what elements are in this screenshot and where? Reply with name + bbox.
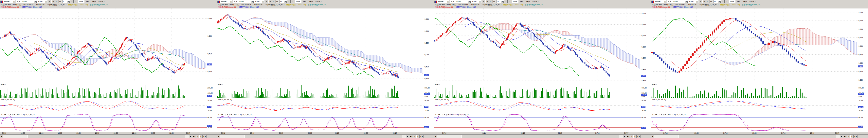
scrollbar-thumb[interactable] [245,135,402,138]
fast-right-button[interactable]: ►► [854,135,858,138]
chevron-down-icon[interactable]: ▼ [262,1,264,3]
step-left-button[interactable]: ◄ [413,135,416,138]
zoom-in-button[interactable]: ＋ [504,0,507,3]
chevron-down-icon[interactable]: ▼ [447,1,449,3]
step-left-button[interactable]: ◄ [847,135,850,138]
zoom-out-button[interactable]: － [508,0,512,3]
chevron-down-icon[interactable]: ▼ [479,1,481,3]
price-chart-pane[interactable]: 9,7009,6509,6009,5509,5009,4509,4009,420 [434,8,651,83]
bars-count-box[interactable]: 500本 [729,0,736,3]
interval-select[interactable]: 30 ▼ [496,0,504,3]
volume-pane[interactable]: 出来高 200.00100.00×10046.00 [0,83,217,98]
normal-view-button[interactable]: 通常 [519,0,525,3]
timeframe-button-週[interactable]: 週 [52,0,55,3]
macd-pane[interactable]: MACD( 12, 26, 9 ) 10.00-10.00-2.10 [0,98,217,113]
timeframe-button-分[interactable]: 分 [493,0,496,3]
fast-right-button[interactable]: ►► [203,135,207,138]
scroll-right-button[interactable]: ► [406,135,409,138]
macd-pane[interactable]: MACD( 12, 26, 9 ) 40.00-40.00-12.40 [651,98,868,113]
chevron-down-icon[interactable]: ▼ [468,1,471,3]
contract-month-select[interactable]: 12/06 ▼ [688,0,699,3]
fast-left-button[interactable]: ◄◄ [843,135,847,138]
scrollbar-thumb[interactable] [679,135,836,138]
volume-pane[interactable]: 出来高 300.00150.00×100120.00 [217,83,434,98]
scrollbar-track[interactable] [220,135,406,138]
instrument-category-select[interactable]: 先物系 ▼ [220,0,232,3]
interval-select[interactable]: 5 ▼ [62,0,70,3]
chevron-down-icon[interactable]: ▼ [45,1,47,3]
technical-settings-button[interactable]: テクニカル設定 [742,0,757,3]
scroll-right-button[interactable]: ► [623,135,626,138]
step-right-button[interactable]: ► [199,135,203,138]
fast-left-button[interactable]: ◄◄ [626,135,630,138]
chevron-down-icon[interactable]: ▼ [501,1,504,3]
symbol-select[interactable]: 日経225mini ▼ [667,0,688,3]
contract-month-select[interactable]: 12/06 ▼ [37,0,48,3]
step-right-button[interactable]: ► [633,135,637,138]
volume-pane[interactable]: 出来高 900.00450.00×100380.00 [651,83,868,98]
zoom-in-button[interactable]: ＋ [721,0,724,3]
scrollbar-track[interactable] [437,135,623,138]
price-chart-pane[interactable]: 9,7509,7009,6509,6009,5509,5009,4509,400… [651,8,868,83]
scroll-right-button[interactable]: ► [840,135,843,138]
stochastics-pane[interactable]: スロー・ストキャスティクス( 14, 3, 80, 20 ) 80.0020.0… [217,113,434,132]
timeframe-button-分[interactable]: 分 [59,0,62,3]
timeframe-button-週[interactable]: 週 [269,0,272,3]
scrollbar-thumb[interactable] [28,135,185,138]
symbol-select[interactable]: 日経225mini ▼ [450,0,471,3]
chevron-down-icon[interactable]: ▼ [251,1,254,3]
fast-left-button[interactable]: ◄◄ [409,135,413,138]
timeframe-button-分[interactable]: 分 [710,0,713,3]
zoom-in-button[interactable]: ＋ [287,0,290,3]
instrument-category-select[interactable]: 先物系 ▼ [3,0,16,3]
chevron-down-icon[interactable]: ▼ [230,1,232,3]
technical-settings-button[interactable]: テクニカル設定 [91,0,106,3]
scrollbar-track[interactable] [3,135,189,138]
scroll-left-button[interactable]: ◄ [0,135,3,138]
technical-settings-button[interactable]: テクニカル設定 [525,0,540,3]
chevron-down-icon[interactable]: ▼ [34,1,37,3]
timeframe-button-日[interactable]: 日 [265,0,268,3]
chevron-down-icon[interactable]: ▼ [664,1,666,3]
scrollbar-track[interactable] [654,135,840,138]
chevron-down-icon[interactable]: ▼ [67,1,70,3]
chevron-down-icon[interactable]: ▼ [696,1,698,3]
scroll-left-button[interactable]: ◄ [217,135,220,138]
timeframe-button-分[interactable]: 分 [276,0,279,3]
stochastics-pane[interactable]: スロー・ストキャスティクス( 14, 3, 80, 20 ) 80.0020.0… [0,113,217,132]
chevron-down-icon[interactable]: ▼ [13,1,15,3]
scroll-left-button[interactable]: ◄ [651,135,654,138]
contract-month-select[interactable]: 12/06 ▼ [471,0,482,3]
fast-right-button[interactable]: ►► [420,135,424,138]
normal-view-button[interactable]: 通常 [302,0,308,3]
scroll-right-button[interactable]: ► [189,135,192,138]
technical-settings-button[interactable]: テクニカル設定 [308,0,323,3]
zoom-out-button[interactable]: － [725,0,728,3]
timeframe-button-日[interactable]: 日 [699,0,702,3]
timeframe-button-月[interactable]: 月 [489,0,492,3]
timeframe-button-日[interactable]: 日 [48,0,51,3]
timeframe-button-日[interactable]: 日 [482,0,485,3]
symbol-select[interactable]: 日経225mini ▼ [233,0,254,3]
chevron-down-icon[interactable]: ▼ [685,1,688,3]
price-chart-pane[interactable]: 9,5509,5009,4509,4009,420 [0,8,217,83]
zoom-out-button[interactable]: － [74,0,78,3]
instrument-category-select[interactable]: 先物系 ▼ [654,0,666,3]
bars-count-box[interactable]: 500本 [512,0,519,3]
scroll-left-button[interactable]: ◄ [434,135,437,138]
scrollbar-thumb[interactable] [462,135,619,138]
chevron-down-icon[interactable]: ▼ [284,1,287,3]
price-chart-pane[interactable]: 9,6509,6009,5509,5009,4509,4009,415 [217,8,434,83]
interval-select[interactable]: 60 ▼ [713,0,721,3]
fast-left-button[interactable]: ◄◄ [192,135,196,138]
timeframe-button-月[interactable]: 月 [55,0,58,3]
step-right-button[interactable]: ► [850,135,854,138]
zoom-in-button[interactable]: ＋ [70,0,73,3]
step-right-button[interactable]: ► [416,135,420,138]
macd-pane[interactable]: MACD( 12, 26, 9 ) 20.00-20.00-4.60 [217,98,434,113]
interval-select[interactable]: 15 ▼ [279,0,287,3]
chevron-down-icon[interactable]: ▼ [718,1,721,3]
normal-view-button[interactable]: 通常 [736,0,742,3]
normal-view-button[interactable]: 通常 [85,0,91,3]
stochastics-pane[interactable]: スロー・ストキャスティクス( 14, 3, 80, 20 ) 80.0020.0… [434,113,651,132]
